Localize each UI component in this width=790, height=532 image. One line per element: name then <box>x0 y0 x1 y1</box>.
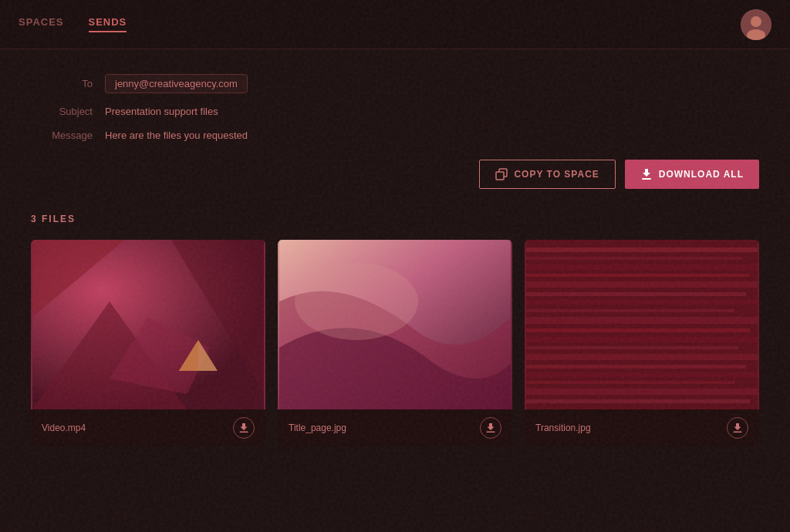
actions-row: COPY TO SPACE DOWNLOAD ALL <box>31 160 759 189</box>
svg-rect-34 <box>526 389 758 395</box>
svg-rect-33 <box>526 381 734 384</box>
tab-sends[interactable]: SENDS <box>89 16 127 32</box>
file-card: Title_page.jpg <box>278 240 512 446</box>
to-row: To jenny@creativeagency.com <box>31 74 759 93</box>
svg-rect-24 <box>526 300 758 305</box>
copy-to-space-label: COPY TO SPACE <box>514 169 599 180</box>
svg-rect-20 <box>526 264 758 270</box>
download-all-label: DOWNLOAD ALL <box>659 169 744 180</box>
file-footer: Title_page.jpg <box>278 409 512 446</box>
file-thumbnail <box>525 240 759 409</box>
file-footer: Video.mp4 <box>31 409 265 446</box>
svg-rect-31 <box>526 365 746 369</box>
header: SPACES SENDS <box>0 0 790 49</box>
svg-point-1 <box>751 16 761 27</box>
subject-row: Subject Presentation support files <box>31 106 759 117</box>
app-container: SPACES SENDS To jenny@creativeagency.com… <box>0 0 790 532</box>
main-content: To jenny@creativeagency.com Subject Pres… <box>0 49 790 471</box>
to-label: To <box>31 78 93 89</box>
to-value: jenny@creativeagency.com <box>105 74 248 93</box>
file-name: Title_page.jpg <box>289 423 346 433</box>
message-value: Here are the files you requested <box>105 130 248 141</box>
copy-to-space-button[interactable]: COPY TO SPACE <box>479 160 615 189</box>
subject-label: Subject <box>31 106 93 117</box>
thumbnail-svg-title <box>278 240 512 409</box>
file-name: Video.mp4 <box>42 423 86 433</box>
svg-rect-25 <box>526 309 734 312</box>
file-thumbnail <box>278 240 512 409</box>
svg-rect-21 <box>526 274 750 277</box>
thumbnail-svg-transition <box>525 240 759 409</box>
thumbnail-svg-video <box>31 240 265 409</box>
nav-tabs: SPACES SENDS <box>19 16 127 32</box>
svg-rect-5 <box>642 178 651 180</box>
copy-icon <box>495 168 508 180</box>
svg-rect-35 <box>526 399 750 403</box>
svg-rect-36 <box>734 432 742 433</box>
svg-rect-19 <box>526 257 742 260</box>
file-name: Transition.jpg <box>535 423 591 433</box>
svg-rect-4 <box>496 172 504 180</box>
download-icon <box>732 423 743 433</box>
message-label: Message <box>31 130 93 141</box>
file-download-button[interactable] <box>233 417 255 439</box>
file-download-button[interactable] <box>727 417 748 439</box>
download-all-button[interactable]: DOWNLOAD ALL <box>625 160 759 189</box>
svg-point-15 <box>295 263 418 340</box>
download-all-icon <box>640 168 653 180</box>
svg-rect-22 <box>526 281 758 288</box>
svg-rect-28 <box>526 337 758 342</box>
email-section: To jenny@creativeagency.com Subject Pres… <box>31 74 759 141</box>
svg-rect-26 <box>526 317 758 324</box>
svg-rect-30 <box>526 354 758 360</box>
svg-rect-29 <box>526 346 738 349</box>
svg-rect-16 <box>487 432 495 433</box>
file-footer: Transition.jpg <box>525 409 759 446</box>
file-thumbnail <box>31 240 265 409</box>
tab-spaces[interactable]: SPACES <box>19 16 64 32</box>
svg-rect-32 <box>526 372 758 377</box>
subject-value: Presentation support files <box>105 106 218 117</box>
svg-rect-13 <box>240 432 248 433</box>
file-card: Transition.jpg <box>525 240 759 446</box>
svg-rect-23 <box>526 292 746 296</box>
file-download-button[interactable] <box>480 417 501 439</box>
file-card: Video.mp4 <box>31 240 265 446</box>
svg-rect-27 <box>526 328 750 332</box>
svg-rect-18 <box>526 247 758 252</box>
files-count: 3 FILES <box>31 214 759 224</box>
download-icon <box>485 423 496 433</box>
message-row: Message Here are the files you requested <box>31 130 759 141</box>
avatar[interactable] <box>741 9 771 40</box>
files-grid: Video.mp4 <box>31 240 759 446</box>
download-icon <box>238 423 249 433</box>
